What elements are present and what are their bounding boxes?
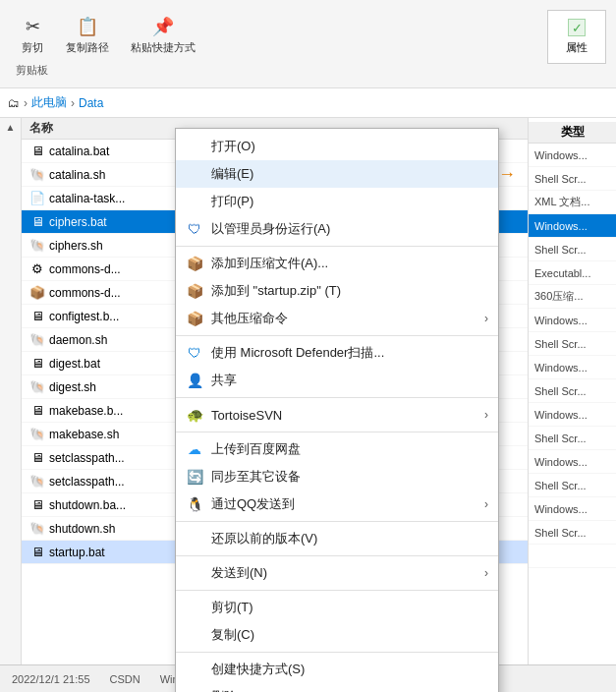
type-cell: 360压缩...	[529, 285, 616, 309]
status-source: CSDN	[110, 673, 140, 685]
menu-separator	[176, 652, 498, 653]
type-cell: Windows...	[529, 403, 616, 427]
file-icon: 🐚	[29, 379, 45, 395]
type-panel: 类型 Windows...Shell Scr...XML 文档...Window…	[528, 118, 616, 664]
menu-item-send-to[interactable]: 发送到(N)›	[176, 559, 498, 587]
menu-label-print: 打印(P)	[211, 193, 253, 210]
type-cell: Windows...	[529, 356, 616, 379]
left-panel: ▲	[0, 118, 22, 664]
type-cell: Shell Scr...	[529, 474, 616, 497]
menu-item-tortoisesvn[interactable]: 🐢TortoiseSVN›	[176, 401, 498, 429]
submenu-arrow-send-to: ›	[484, 566, 488, 580]
menu-item-restore[interactable]: 还原以前的版本(V)	[176, 525, 498, 552]
menu-item-run-admin[interactable]: 🛡以管理员身份运行(A)	[176, 215, 498, 243]
file-icon: 🖥	[29, 450, 45, 466]
type-cell: Windows...	[529, 450, 616, 474]
menu-icon-add-zip: 📦	[186, 255, 203, 272]
menu-separator	[176, 335, 498, 336]
file-icon: 🖥	[29, 403, 45, 419]
type-cell: Windows...	[529, 214, 616, 238]
type-cell	[529, 545, 616, 568]
menu-item-cut[interactable]: 剪切(T)	[176, 594, 498, 621]
menu-label-qq-send: 通过QQ发送到	[211, 495, 295, 513]
menu-icon-baidu-upload: ☁	[186, 440, 203, 458]
menu-separator	[176, 590, 498, 591]
type-cell: Shell Scr...	[529, 167, 616, 191]
breadcrumb-pc[interactable]: 此电脑	[31, 94, 67, 111]
menu-item-defender[interactable]: 🛡使用 Microsoft Defender扫描...	[176, 339, 498, 367]
type-cell: Shell Scr...	[529, 427, 616, 450]
menu-label-restore: 还原以前的版本(V)	[211, 530, 317, 548]
file-icon: ⚙	[29, 261, 45, 277]
properties-panel: ✓ 属性	[547, 10, 606, 64]
collapse-arrow-icon[interactable]: ▲	[6, 122, 16, 133]
menu-item-copy[interactable]: 复制(C)	[176, 621, 498, 649]
menu-item-edit[interactable]: 编辑(E)→	[176, 160, 498, 188]
menu-separator	[176, 246, 498, 247]
file-icon: 🖥	[29, 545, 45, 560]
menu-label-other-compress: 其他压缩命令	[211, 310, 288, 327]
file-icon: 📄	[29, 191, 45, 206]
menu-icon-share: 👤	[186, 372, 203, 389]
cut-button[interactable]: ✂ 剪切	[12, 10, 53, 60]
cut-icon: ✂	[21, 15, 44, 38]
type-cell: Windows...	[529, 309, 616, 332]
paste-shortcut-icon: 📌	[151, 15, 175, 38]
file-icon: 🖥	[29, 356, 45, 372]
menu-label-cut: 剪切(T)	[211, 599, 253, 616]
menu-icon-defender: 🛡	[186, 344, 203, 362]
menu-label-run-admin: 以管理员身份运行(A)	[211, 220, 330, 238]
menu-item-other-compress[interactable]: 📦其他压缩命令›	[176, 305, 498, 332]
menu-label-tortoisesvn: TortoiseSVN	[211, 408, 282, 423]
toolbar: ✂ 剪切 📋 复制路径 📌 粘贴快捷方式 剪贴板 ✓ 属性	[0, 0, 616, 88]
menu-item-share[interactable]: 👤共享	[176, 367, 498, 394]
menu-label-add-zip: 添加到压缩文件(A)...	[211, 255, 328, 272]
type-cell: Executabl...	[529, 261, 616, 285]
menu-label-share: 共享	[211, 372, 237, 389]
menu-icon-tortoisesvn: 🐢	[186, 406, 203, 424]
menu-item-open[interactable]: 打开(O)	[176, 133, 498, 160]
menu-icon-add-startup-zip: 📦	[186, 282, 203, 300]
menu-item-print[interactable]: 打印(P)	[176, 188, 498, 215]
menu-item-sync-devices[interactable]: 🔄同步至其它设备	[176, 463, 498, 490]
file-icon: 🖥	[29, 497, 45, 513]
menu-label-send-to: 发送到(N)	[211, 564, 267, 582]
menu-separator	[176, 521, 498, 522]
status-date: 2022/12/1 21:55	[12, 673, 90, 685]
menu-label-delete: 删除(D)	[211, 688, 254, 692]
copy-path-button[interactable]: 📋 复制路径	[57, 10, 118, 60]
menu-separator	[176, 432, 498, 432]
properties-check-icon: ✓	[568, 19, 586, 36]
breadcrumb-data[interactable]: Data	[79, 96, 103, 110]
file-icon: 🖥	[29, 214, 45, 230]
menu-label-open: 打开(O)	[211, 138, 255, 155]
type-cell: XML 文档...	[529, 191, 616, 214]
menu-separator	[176, 555, 498, 556]
menu-label-copy: 复制(C)	[211, 626, 254, 644]
menu-item-baidu-upload[interactable]: ☁上传到百度网盘	[176, 435, 498, 463]
menu-item-add-startup-zip[interactable]: 📦添加到 "startup.zip" (T)	[176, 277, 498, 305]
type-cell: Windows...	[529, 144, 616, 167]
file-icon: 🐚	[29, 167, 45, 183]
menu-icon-other-compress: 📦	[186, 310, 203, 327]
menu-item-qq-send[interactable]: 🐧通过QQ发送到›	[176, 490, 498, 518]
type-cell: Shell Scr...	[529, 238, 616, 261]
type-cell: Shell Scr...	[529, 379, 616, 403]
type-cells-container: Windows...Shell Scr...XML 文档...Windows..…	[529, 144, 616, 568]
menu-item-add-zip[interactable]: 📦添加到压缩文件(A)...	[176, 250, 498, 277]
menu-label-edit: 编辑(E)	[211, 165, 253, 183]
menu-separator	[176, 397, 498, 398]
highlight-arrow: →	[498, 164, 516, 185]
menu-item-create-shortcut[interactable]: 创建快捷方式(S)	[176, 656, 498, 683]
submenu-arrow-tortoisesvn: ›	[484, 408, 488, 422]
file-icon: 🖥	[29, 309, 45, 324]
menu-item-delete[interactable]: 删除(D)	[176, 683, 498, 692]
file-icon: 🐚	[29, 238, 45, 254]
menu-icon-run-admin: 🛡	[186, 220, 203, 238]
file-icon: 🐚	[29, 474, 45, 490]
type-cell: Shell Scr...	[529, 332, 616, 356]
paste-shortcut-button[interactable]: 📌 粘贴快捷方式	[122, 10, 204, 60]
type-header: 类型	[529, 122, 616, 144]
properties-label: 属性	[566, 40, 588, 55]
file-icon: 🐚	[29, 332, 45, 348]
